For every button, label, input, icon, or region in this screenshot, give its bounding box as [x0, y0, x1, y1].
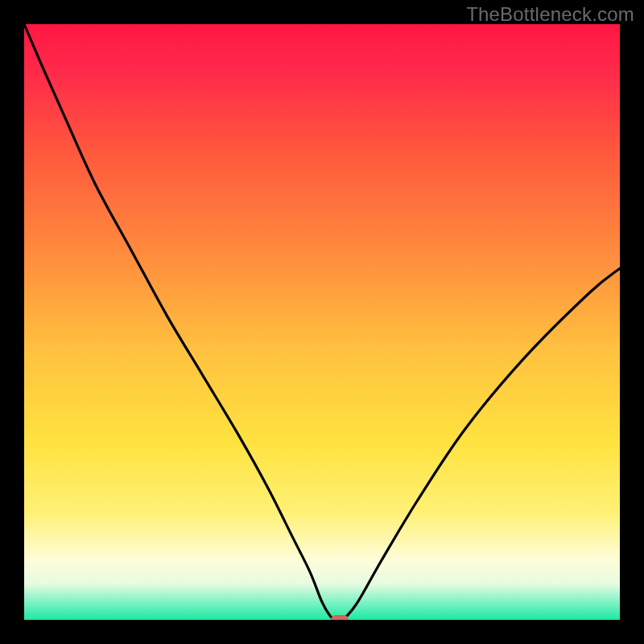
chart-svg: [24, 24, 620, 620]
watermark-text: TheBottleneck.com: [466, 3, 634, 26]
plot-area: [24, 24, 620, 620]
gradient-background: [24, 24, 620, 620]
chart-frame: TheBottleneck.com: [0, 0, 644, 644]
optimal-marker: [331, 615, 349, 620]
